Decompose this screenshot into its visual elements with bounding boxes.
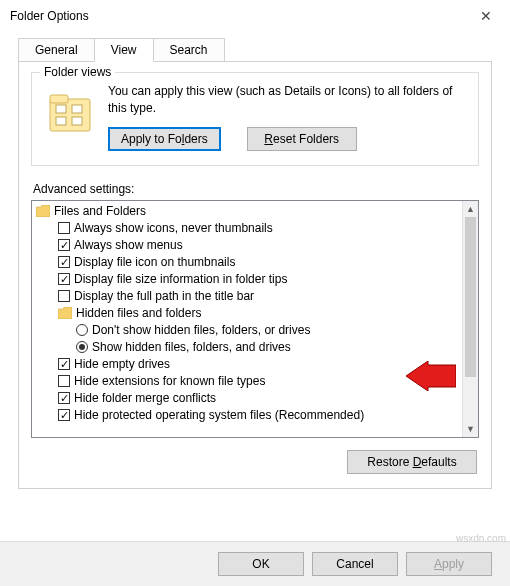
svg-rect-2 (56, 105, 66, 113)
checkbox-icon[interactable]: ✓ (58, 273, 70, 285)
tree-item[interactable]: ✓Display file size information in folder… (32, 271, 462, 288)
tab-search[interactable]: Search (153, 38, 225, 62)
restore-defaults-button[interactable]: Restore Defaults (347, 450, 477, 474)
checkbox-icon[interactable]: ✓ (58, 256, 70, 268)
tree-item[interactable]: ✓Hide folder merge conflicts (32, 390, 462, 407)
svg-rect-5 (72, 117, 82, 125)
cancel-button[interactable]: Cancel (312, 552, 398, 576)
tab-container: General View Search Folder views You can… (0, 32, 510, 489)
reset-folders-button[interactable]: Reset Folders (247, 127, 357, 151)
advanced-settings-tree: Files and Folders Always show icons, nev… (31, 200, 479, 438)
scrollbar[interactable]: ▲ ▼ (462, 201, 478, 437)
dialog-button-bar: OK Cancel Apply (0, 541, 510, 586)
title-bar: Folder Options ✕ (0, 0, 510, 32)
watermark-text: wsxdn.com (456, 533, 506, 544)
apply-button[interactable]: Apply (406, 552, 492, 576)
svg-rect-1 (50, 95, 68, 103)
window-title: Folder Options (10, 9, 89, 23)
svg-rect-4 (56, 117, 66, 125)
tree-item[interactable]: ✓Hide empty drives (32, 356, 462, 373)
tree-item[interactable]: ✓Display file icon on thumbnails (32, 254, 462, 271)
tab-panel-view: Folder views You can apply this view (su… (18, 61, 492, 489)
folder-views-group: Folder views You can apply this view (su… (31, 72, 479, 166)
tree-item[interactable]: ✓Always show menus (32, 237, 462, 254)
tree-group-hidden: Hidden files and folders (32, 305, 462, 322)
checkbox-icon[interactable] (58, 375, 70, 387)
close-icon[interactable]: ✕ (474, 8, 498, 24)
folder-views-description: You can apply this view (such as Details… (108, 83, 464, 117)
folder-preview-icon (46, 89, 94, 137)
checkbox-icon[interactable]: ✓ (58, 239, 70, 251)
tree-radio-dont-show-hidden[interactable]: Don't show hidden files, folders, or dri… (32, 322, 462, 339)
ok-button[interactable]: OK (218, 552, 304, 576)
svg-rect-3 (72, 105, 82, 113)
checkbox-icon[interactable] (58, 222, 70, 234)
scroll-thumb[interactable] (465, 217, 476, 377)
apply-to-folders-button[interactable]: Apply to Folders (108, 127, 221, 151)
tree-radio-show-hidden[interactable]: Show hidden files, folders, and drives (32, 339, 462, 356)
checkbox-icon[interactable]: ✓ (58, 358, 70, 370)
tabs: General View Search (18, 38, 492, 62)
folder-icon (58, 307, 72, 319)
tree-item[interactable]: Display the full path in the title bar (32, 288, 462, 305)
svg-rect-0 (50, 99, 90, 131)
tab-general[interactable]: General (18, 38, 95, 62)
folder-views-legend: Folder views (40, 65, 115, 79)
radio-icon[interactable] (76, 341, 88, 353)
tree-item[interactable]: Always show icons, never thumbnails (32, 220, 462, 237)
scroll-down-icon[interactable]: ▼ (463, 421, 478, 437)
checkbox-icon[interactable]: ✓ (58, 409, 70, 421)
radio-icon[interactable] (76, 324, 88, 336)
checkbox-icon[interactable]: ✓ (58, 392, 70, 404)
scroll-up-icon[interactable]: ▲ (463, 201, 478, 217)
tree-item[interactable]: Hide extensions for known file types (32, 373, 462, 390)
advanced-settings-label: Advanced settings: (31, 182, 479, 196)
tree-group-files-folders: Files and Folders (32, 203, 462, 220)
folder-icon (36, 205, 50, 217)
checkbox-icon[interactable] (58, 290, 70, 302)
tree-item[interactable]: ✓Hide protected operating system files (… (32, 407, 462, 424)
tab-view[interactable]: View (94, 38, 154, 62)
